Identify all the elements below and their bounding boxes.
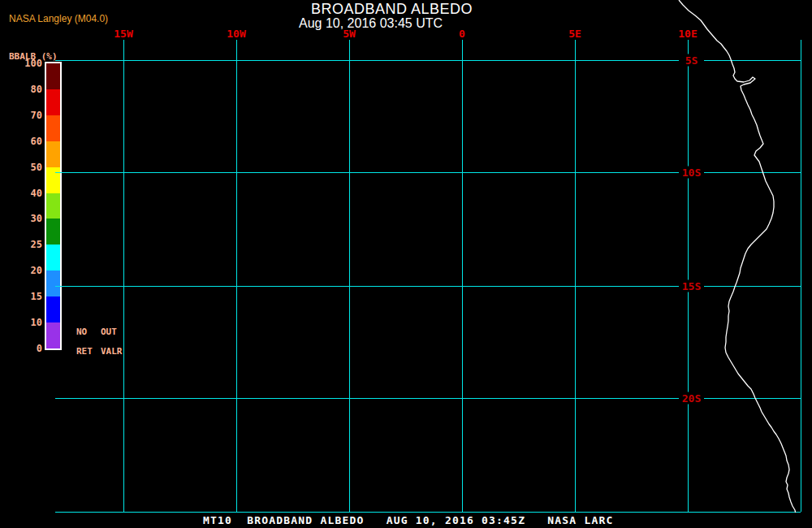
longitude-grid-line [688,40,689,512]
colorbar-segment [46,63,60,89]
longitude-grid-line [801,40,801,512]
colorbar-tick-label: 30 [10,213,42,224]
colorbar-tick-label: 100 [10,58,42,69]
coastline-svg [0,0,812,528]
longitude-label: 10E [678,28,697,39]
longitude-label: 0 [459,28,465,39]
colorbar-segment [46,89,60,115]
colorbar-segment [46,270,60,296]
colorbar-segment [46,322,60,348]
latitude-label: 5S [679,54,704,67]
longitude-label: 10W [227,28,245,39]
colorbar [45,62,62,350]
colorbar-tick-label: 70 [10,110,42,121]
latitude-label: 10S [679,167,704,179]
longitude-grid-line [123,40,124,512]
colorbar-segment [46,245,60,270]
coastline-path [679,0,796,528]
status-bar: MT10 BROADBAND ALBEDO AUG 10, 2016 03:45… [0,513,812,528]
flag-label-valr: VALR [101,347,123,357]
longitude-label: 5W [343,28,356,39]
longitude-label: 15W [114,28,132,39]
longitude-grid-line [462,40,463,512]
longitude-grid-line [236,40,237,512]
status-text: MT10 BROADBAND ALBEDO AUG 10, 2016 03:45… [203,515,614,526]
page-title: BROADBAND ALBEDO [311,1,473,18]
colorbar-segment [46,219,60,245]
colorbar-tick-label: 10 [10,317,42,328]
colorbar-tick-label: 20 [10,265,42,276]
page-subtitle: Aug 10, 2016 03:45 UTC [299,16,443,31]
colorbar-segment [46,141,60,167]
colorbar-tick-label: 80 [10,84,42,95]
nasa-credit-text: NASA Langley (M04.0) [9,13,108,24]
colorbar-segment [46,167,60,193]
coastline-layer [0,0,812,528]
longitude-label: 5E [568,28,581,39]
colorbar-segment [46,115,60,141]
colorbar-tick-label: 25 [10,239,42,250]
longitude-grid-line [349,40,350,512]
colorbar-tick-label: 60 [10,136,42,147]
flag-label-no: NO [76,327,87,337]
colorbar-tick-label: 40 [10,188,42,199]
colorbar-tick-label: 15 [10,291,42,302]
latitude-label: 15S [679,280,704,292]
colorbar-segment [46,193,60,219]
flag-label-ret: RET [76,347,93,357]
latitude-label: 20S [679,392,704,405]
longitude-grid-line [575,40,576,512]
colorbar-segment [46,296,60,322]
colorbar-tick-label: 50 [10,162,42,173]
colorbar-tick-label: 0 [10,343,42,354]
albedo-map-viewer: NASA Langley (M04.0) BROADBAND ALBEDO Au… [0,0,812,528]
flag-label-out: OUT [101,327,117,337]
